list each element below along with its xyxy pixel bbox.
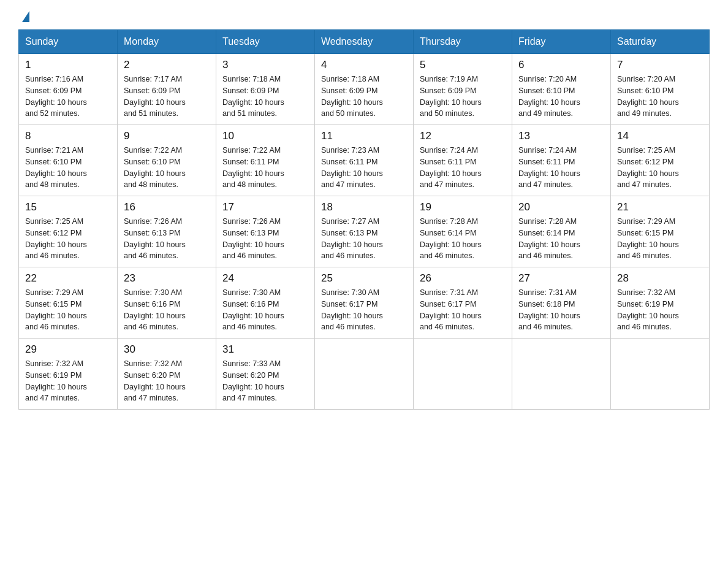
day-info: Sunrise: 7:23 AMSunset: 6:11 PMDaylight:… — [321, 146, 383, 189]
calendar-cell: 30 Sunrise: 7:32 AMSunset: 6:20 PMDaylig… — [118, 339, 216, 410]
day-info: Sunrise: 7:31 AMSunset: 6:17 PMDaylight:… — [420, 288, 482, 331]
calendar-cell: 31 Sunrise: 7:33 AMSunset: 6:20 PMDaylig… — [216, 339, 315, 410]
calendar-cell: 6 Sunrise: 7:20 AMSunset: 6:10 PMDayligh… — [512, 54, 611, 125]
calendar-cell: 5 Sunrise: 7:19 AMSunset: 6:09 PMDayligh… — [414, 54, 512, 125]
calendar-cell: 23 Sunrise: 7:30 AMSunset: 6:16 PMDaylig… — [118, 267, 216, 339]
calendar-cell: 14 Sunrise: 7:25 AMSunset: 6:12 PMDaylig… — [611, 125, 710, 196]
day-info: Sunrise: 7:19 AMSunset: 6:09 PMDaylight:… — [420, 75, 482, 118]
day-info: Sunrise: 7:28 AMSunset: 6:14 PMDaylight:… — [518, 217, 580, 260]
calendar-week-row: 8 Sunrise: 7:21 AMSunset: 6:10 PMDayligh… — [19, 125, 710, 196]
day-info: Sunrise: 7:24 AMSunset: 6:11 PMDaylight:… — [518, 146, 580, 189]
calendar-cell: 19 Sunrise: 7:28 AMSunset: 6:14 PMDaylig… — [414, 196, 512, 267]
day-number: 22 — [25, 272, 111, 285]
day-number: 11 — [321, 130, 407, 142]
calendar-cell: 8 Sunrise: 7:21 AMSunset: 6:10 PMDayligh… — [19, 125, 118, 196]
day-info: Sunrise: 7:22 AMSunset: 6:11 PMDaylight:… — [222, 146, 284, 189]
day-number: 29 — [25, 343, 111, 356]
day-info: Sunrise: 7:27 AMSunset: 6:13 PMDaylight:… — [321, 217, 383, 260]
calendar-table: SundayMondayTuesdayWednesdayThursdayFrid… — [18, 29, 710, 410]
column-header-monday: Monday — [118, 30, 216, 54]
day-info: Sunrise: 7:32 AMSunset: 6:19 PMDaylight:… — [25, 359, 87, 402]
column-header-tuesday: Tuesday — [216, 30, 315, 54]
day-number: 6 — [518, 59, 604, 71]
day-info: Sunrise: 7:18 AMSunset: 6:09 PMDaylight:… — [321, 75, 383, 118]
calendar-cell: 4 Sunrise: 7:18 AMSunset: 6:09 PMDayligh… — [315, 54, 414, 125]
calendar-cell: 11 Sunrise: 7:23 AMSunset: 6:11 PMDaylig… — [315, 125, 414, 196]
day-number: 12 — [420, 130, 506, 142]
calendar-cell: 20 Sunrise: 7:28 AMSunset: 6:14 PMDaylig… — [512, 196, 611, 267]
calendar-cell: 24 Sunrise: 7:30 AMSunset: 6:16 PMDaylig… — [216, 267, 315, 339]
day-info: Sunrise: 7:32 AMSunset: 6:19 PMDaylight:… — [617, 288, 679, 331]
calendar-cell: 9 Sunrise: 7:22 AMSunset: 6:10 PMDayligh… — [118, 125, 216, 196]
calendar-cell: 2 Sunrise: 7:17 AMSunset: 6:09 PMDayligh… — [118, 54, 216, 125]
day-info: Sunrise: 7:28 AMSunset: 6:14 PMDaylight:… — [420, 217, 482, 260]
column-header-wednesday: Wednesday — [315, 30, 414, 54]
calendar-cell — [315, 339, 414, 410]
calendar-header-row: SundayMondayTuesdayWednesdayThursdayFrid… — [19, 30, 710, 54]
day-number: 4 — [321, 59, 407, 71]
day-number: 14 — [617, 130, 703, 142]
day-number: 17 — [222, 201, 308, 213]
day-info: Sunrise: 7:25 AMSunset: 6:12 PMDaylight:… — [617, 146, 679, 189]
day-number: 21 — [617, 201, 703, 213]
day-number: 15 — [25, 201, 111, 213]
logo — [18, 12, 34, 23]
day-info: Sunrise: 7:26 AMSunset: 6:13 PMDaylight:… — [124, 217, 186, 260]
column-header-saturday: Saturday — [611, 30, 710, 54]
calendar-cell: 18 Sunrise: 7:27 AMSunset: 6:13 PMDaylig… — [315, 196, 414, 267]
calendar-week-row: 29 Sunrise: 7:32 AMSunset: 6:19 PMDaylig… — [19, 339, 710, 410]
calendar-cell: 26 Sunrise: 7:31 AMSunset: 6:17 PMDaylig… — [414, 267, 512, 339]
calendar-cell: 27 Sunrise: 7:31 AMSunset: 6:18 PMDaylig… — [512, 267, 611, 339]
day-number: 25 — [321, 272, 407, 285]
page-header — [18, 12, 710, 23]
calendar-cell: 7 Sunrise: 7:20 AMSunset: 6:10 PMDayligh… — [611, 54, 710, 125]
day-number: 1 — [25, 59, 111, 71]
calendar-cell: 29 Sunrise: 7:32 AMSunset: 6:19 PMDaylig… — [19, 339, 118, 410]
day-info: Sunrise: 7:29 AMSunset: 6:15 PMDaylight:… — [25, 288, 87, 331]
day-info: Sunrise: 7:21 AMSunset: 6:10 PMDaylight:… — [25, 146, 87, 189]
calendar-cell: 22 Sunrise: 7:29 AMSunset: 6:15 PMDaylig… — [19, 267, 118, 339]
day-number: 13 — [518, 130, 604, 142]
day-info: Sunrise: 7:29 AMSunset: 6:15 PMDaylight:… — [617, 217, 679, 260]
day-number: 16 — [124, 201, 210, 213]
calendar-cell: 25 Sunrise: 7:30 AMSunset: 6:17 PMDaylig… — [315, 267, 414, 339]
day-number: 20 — [518, 201, 604, 213]
calendar-cell: 12 Sunrise: 7:24 AMSunset: 6:11 PMDaylig… — [414, 125, 512, 196]
calendar-cell: 10 Sunrise: 7:22 AMSunset: 6:11 PMDaylig… — [216, 125, 315, 196]
day-number: 30 — [124, 343, 210, 356]
day-number: 23 — [124, 272, 210, 285]
day-number: 26 — [420, 272, 506, 285]
day-info: Sunrise: 7:32 AMSunset: 6:20 PMDaylight:… — [124, 359, 186, 402]
calendar-cell: 21 Sunrise: 7:29 AMSunset: 6:15 PMDaylig… — [611, 196, 710, 267]
calendar-cell — [414, 339, 512, 410]
day-info: Sunrise: 7:16 AMSunset: 6:09 PMDaylight:… — [25, 75, 87, 118]
day-info: Sunrise: 7:24 AMSunset: 6:11 PMDaylight:… — [420, 146, 482, 189]
calendar-cell: 3 Sunrise: 7:18 AMSunset: 6:09 PMDayligh… — [216, 54, 315, 125]
day-number: 27 — [518, 272, 604, 285]
day-number: 18 — [321, 201, 407, 213]
day-number: 3 — [222, 59, 308, 71]
column-header-thursday: Thursday — [414, 30, 512, 54]
calendar-cell: 15 Sunrise: 7:25 AMSunset: 6:12 PMDaylig… — [19, 196, 118, 267]
day-info: Sunrise: 7:20 AMSunset: 6:10 PMDaylight:… — [518, 75, 580, 118]
day-info: Sunrise: 7:30 AMSunset: 6:16 PMDaylight:… — [222, 288, 284, 331]
column-header-friday: Friday — [512, 30, 611, 54]
day-info: Sunrise: 7:25 AMSunset: 6:12 PMDaylight:… — [25, 217, 87, 260]
calendar-week-row: 15 Sunrise: 7:25 AMSunset: 6:12 PMDaylig… — [19, 196, 710, 267]
calendar-cell: 13 Sunrise: 7:24 AMSunset: 6:11 PMDaylig… — [512, 125, 611, 196]
calendar-week-row: 1 Sunrise: 7:16 AMSunset: 6:09 PMDayligh… — [19, 54, 710, 125]
calendar-week-row: 22 Sunrise: 7:29 AMSunset: 6:15 PMDaylig… — [19, 267, 710, 339]
day-number: 28 — [617, 272, 703, 285]
day-number: 9 — [124, 130, 210, 142]
day-number: 10 — [222, 130, 308, 142]
day-number: 8 — [25, 130, 111, 142]
day-info: Sunrise: 7:18 AMSunset: 6:09 PMDaylight:… — [222, 75, 284, 118]
day-number: 2 — [124, 59, 210, 71]
day-info: Sunrise: 7:31 AMSunset: 6:18 PMDaylight:… — [518, 288, 580, 331]
calendar-cell: 1 Sunrise: 7:16 AMSunset: 6:09 PMDayligh… — [19, 54, 118, 125]
day-info: Sunrise: 7:26 AMSunset: 6:13 PMDaylight:… — [222, 217, 284, 260]
calendar-cell — [611, 339, 710, 410]
day-number: 19 — [420, 201, 506, 213]
calendar-cell — [512, 339, 611, 410]
day-number: 7 — [617, 59, 703, 71]
